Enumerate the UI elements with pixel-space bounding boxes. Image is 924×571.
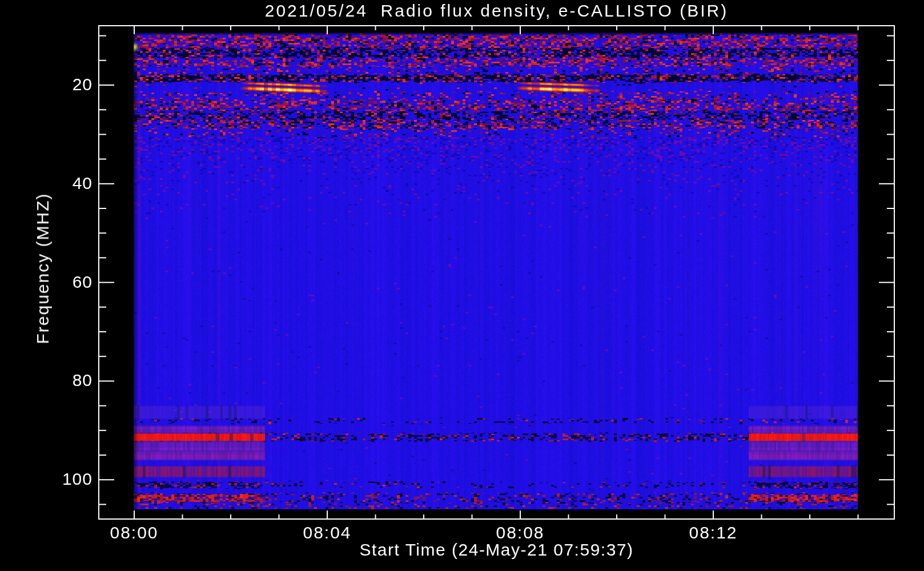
y-tick-label: 60 (23, 272, 93, 292)
x-axis-label: Start Time (24-May-21 07:59:37) (98, 540, 895, 560)
x-tick-label: 08:12 (689, 523, 737, 542)
spectrogram-figure: 2021/05/24 Radio flux density, e-CALLIST… (0, 0, 924, 571)
y-tick-label: 80 (23, 371, 93, 391)
y-tick-label: 100 (23, 470, 93, 489)
y-tick-label: 40 (23, 174, 93, 193)
spectrogram-canvas (0, 0, 924, 571)
chart-title: 2021/05/24 Radio flux density, e-CALLIST… (98, 1, 895, 21)
x-tick-label: 08:04 (303, 523, 351, 542)
y-tick-label: 20 (23, 75, 93, 94)
y-axis-label: Frequency (MHZ) (33, 192, 53, 344)
x-tick-label: 08:00 (110, 523, 158, 542)
x-tick-label: 08:08 (496, 523, 544, 542)
